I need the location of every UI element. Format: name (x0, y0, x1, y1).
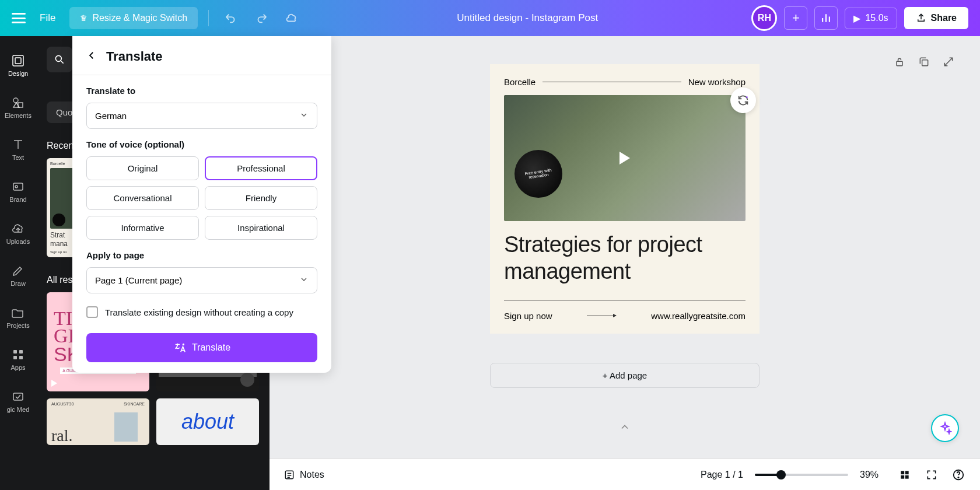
rail-label: Projects (6, 322, 30, 329)
canvas-brand: Borcelle (504, 77, 536, 87)
redo-button[interactable] (250, 6, 273, 30)
rail-elements[interactable]: Elements (0, 86, 36, 128)
template-thumb[interactable]: AUGUST'30 SKINCARE ral. (47, 398, 149, 445)
lock-icon[interactable] (891, 54, 908, 70)
svg-rect-8 (13, 356, 17, 359)
svg-point-11 (55, 55, 61, 61)
bottom-bar: Notes Page 1 / 1 39% (270, 459, 980, 490)
svg-rect-13 (897, 61, 902, 66)
user-avatar[interactable]: RH (751, 5, 777, 31)
grid-view-button[interactable] (897, 467, 912, 482)
resize-label: Resize & Magic Switch (92, 13, 187, 23)
left-tool-rail: Design Elements Text Brand Uploads Draw … (0, 36, 36, 490)
play-icon (51, 380, 57, 387)
panel-title: Translate (106, 49, 163, 64)
chevron-down-icon (299, 110, 309, 121)
fullscreen-button[interactable] (924, 467, 939, 482)
translate-icon (173, 341, 186, 354)
svg-rect-19 (901, 475, 904, 478)
notes-button[interactable]: Notes (284, 469, 324, 481)
svg-rect-1 (15, 58, 21, 64)
tone-friendly[interactable]: Friendly (205, 186, 317, 210)
tone-conversational[interactable]: Conversational (86, 186, 199, 210)
language-value: German (95, 111, 127, 121)
analytics-button[interactable] (814, 6, 838, 30)
translate-button-label: Translate (192, 342, 230, 353)
rail-label: Draw (10, 280, 26, 287)
svg-point-15 (746, 96, 748, 98)
duration-label: 15.0s (865, 13, 888, 23)
divider-line (504, 300, 746, 300)
rail-label: Apps (10, 364, 25, 371)
checkbox-label: Translate existing design without creati… (105, 307, 293, 317)
add-page-button[interactable]: + Add page (490, 363, 760, 388)
rail-projects[interactable]: Projects (0, 296, 36, 338)
present-duration-button[interactable]: ▶ 15.0s (845, 8, 897, 29)
cloud-sync-icon[interactable] (280, 6, 303, 30)
duplicate-page-button[interactable] (916, 54, 932, 70)
canvas-url: www.reallygreatsite.com (651, 311, 746, 321)
rail-draw[interactable]: Draw (0, 254, 36, 296)
translate-without-copy-checkbox[interactable] (86, 306, 98, 318)
tone-label: Tone of voice (optional) (86, 139, 317, 149)
tone-inspirational[interactable]: Inspirational (205, 216, 317, 240)
rail-magic-media[interactable]: gic Med (0, 380, 36, 422)
page-value: Page 1 (Current page) (95, 275, 182, 285)
zoom-slider[interactable] (755, 474, 848, 476)
translate-to-label: Translate to (86, 86, 317, 96)
back-button[interactable] (86, 50, 97, 63)
svg-rect-9 (19, 356, 23, 359)
page-select[interactable]: Page 1 (Current page) (86, 267, 317, 293)
apply-to-page-label: Apply to page (86, 250, 317, 260)
tone-original[interactable]: Original (86, 156, 199, 180)
svg-rect-14 (922, 60, 928, 66)
svg-point-5 (15, 186, 18, 188)
add-collaborator-button[interactable]: + (784, 6, 807, 30)
language-select[interactable]: German (86, 103, 317, 129)
rail-label: Elements (5, 112, 32, 119)
arrow-line (587, 316, 616, 316)
collapse-timeline-button[interactable] (619, 421, 631, 435)
document-title[interactable]: Untitled design - Instagram Post (457, 12, 598, 24)
rail-label: Uploads (6, 238, 30, 245)
regenerate-button[interactable] (730, 88, 756, 113)
divider (208, 10, 209, 26)
svg-rect-18 (905, 471, 909, 474)
search-button[interactable] (47, 47, 72, 72)
page-indicator[interactable]: Page 1 / 1 (701, 470, 743, 480)
canvas-headline: Strategies for project management (504, 232, 746, 285)
main-menu-button[interactable] (12, 13, 26, 23)
canvas-area[interactable]: Borcelle New workshop Free entry with re… (270, 36, 980, 459)
canvas-video-thumbnail[interactable]: Free entry with reservation (504, 95, 746, 221)
tone-professional[interactable]: Professional (205, 156, 317, 180)
zoom-percentage[interactable]: 39% (860, 470, 886, 480)
rail-uploads[interactable]: Uploads (0, 212, 36, 254)
share-button[interactable]: Share (904, 7, 968, 29)
chevron-down-icon (299, 275, 309, 286)
rail-brand[interactable]: Brand (0, 170, 36, 212)
design-canvas[interactable]: Borcelle New workshop Free entry with re… (490, 64, 760, 334)
svg-rect-0 (13, 55, 23, 66)
resize-magic-switch-button[interactable]: ♛ Resize & Magic Switch (69, 7, 198, 29)
rail-design[interactable]: Design (0, 44, 36, 86)
template-thumb[interactable]: about (156, 398, 259, 445)
svg-point-2 (13, 98, 18, 103)
undo-button[interactable] (219, 6, 243, 30)
svg-rect-17 (901, 471, 904, 474)
translate-panel: Translate Translate to German Tone of vo… (72, 36, 331, 373)
crown-icon: ♛ (80, 13, 88, 23)
file-menu-button[interactable]: File (33, 8, 62, 29)
magic-assistant-button[interactable] (931, 414, 959, 442)
svg-point-22 (958, 477, 958, 477)
rail-text[interactable]: Text (0, 128, 36, 170)
svg-rect-7 (19, 350, 23, 354)
rail-label: Text (12, 154, 24, 161)
rail-apps[interactable]: Apps (0, 338, 36, 380)
expand-page-button[interactable] (940, 54, 957, 70)
tone-informative[interactable]: Informative (86, 216, 199, 240)
svg-rect-6 (13, 350, 17, 354)
rail-label: Brand (9, 196, 26, 203)
translate-submit-button[interactable]: Translate (86, 333, 317, 362)
help-button[interactable] (951, 467, 966, 482)
svg-rect-20 (905, 475, 909, 478)
